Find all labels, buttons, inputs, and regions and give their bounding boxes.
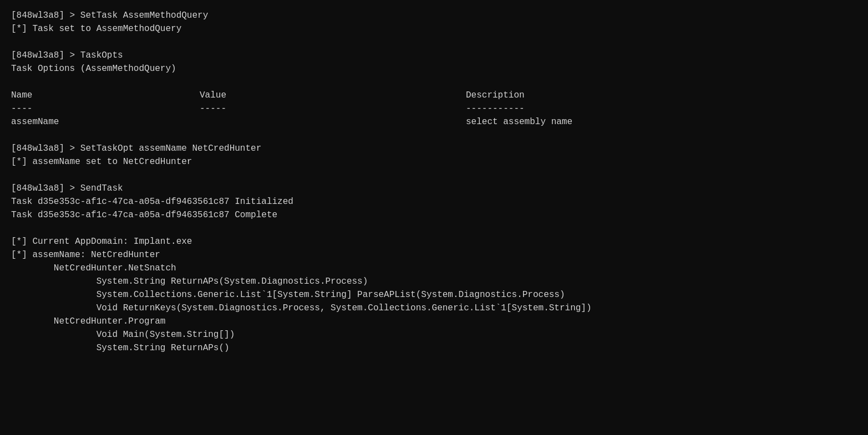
- spacer-5: [11, 222, 857, 235]
- line-string-returnaps: System.String ReturnAPs(): [11, 341, 857, 355]
- line-netcredhunter-program: NetCredHunter.Program: [11, 315, 857, 328]
- terminal: [848wl3a8] > SetTask AssemMethodQuery [*…: [11, 9, 857, 355]
- table-header-row: Name Value Description: [11, 89, 857, 102]
- table-data-row-assemname: assemName select assembly name: [11, 115, 857, 129]
- line-void-main: Void Main(System.String[]): [11, 328, 857, 341]
- line-returnaps-method: System.String ReturnAPs(System.Diagnosti…: [11, 275, 857, 288]
- table-divider-row: ---- ----- -----------: [11, 102, 857, 115]
- col-divider-name: ----: [11, 102, 200, 115]
- line-appdomain: [*] Current AppDomain: Implant.exe: [11, 235, 857, 248]
- line-task-complete: Task d35e353c-af1c-47ca-a05a-df9463561c8…: [11, 208, 857, 222]
- line-settaskopt-cmd: [848wl3a8] > SetTaskOpt assemName NetCre…: [11, 142, 857, 155]
- line-task-set-confirm: [*] Task set to AssemMethodQuery: [11, 22, 857, 35]
- line-returnkeys-method: Void ReturnKeys(System.Diagnostics.Proce…: [11, 301, 857, 315]
- col-data-assemname-desc: select assembly name: [466, 115, 572, 129]
- col-header-name: Name: [11, 89, 200, 102]
- col-data-assemname: assemName: [11, 115, 200, 129]
- line-parseaplist-method: System.Collections.Generic.List`1[System…: [11, 288, 857, 301]
- col-data-assemname-value: [200, 115, 466, 129]
- spacer-4: [11, 168, 857, 182]
- line-taskopts-cmd: [848wl3a8] > TaskOpts: [11, 49, 857, 62]
- spacer-2: [11, 75, 857, 89]
- col-header-desc: Description: [466, 89, 525, 102]
- spacer-1: [11, 35, 857, 49]
- col-divider-desc: -----------: [466, 102, 525, 115]
- spacer-3: [11, 129, 857, 142]
- col-header-value: Value: [200, 89, 466, 102]
- line-sendtask-cmd: [848wl3a8] > SendTask: [11, 182, 857, 195]
- line-set-task: [848wl3a8] > SetTask AssemMethodQuery: [11, 9, 857, 22]
- line-assemname-value: [*] assemName: NetCredHunter: [11, 248, 857, 262]
- line-task-initialized: Task d35e353c-af1c-47ca-a05a-df9463561c8…: [11, 195, 857, 208]
- line-task-options: Task Options (AssemMethodQuery): [11, 62, 857, 75]
- col-divider-value: -----: [200, 102, 466, 115]
- line-assemname-set-confirm: [*] assemName set to NetCredHunter: [11, 155, 857, 168]
- line-netcredhunter-netsnatch: NetCredHunter.NetSnatch: [11, 262, 857, 275]
